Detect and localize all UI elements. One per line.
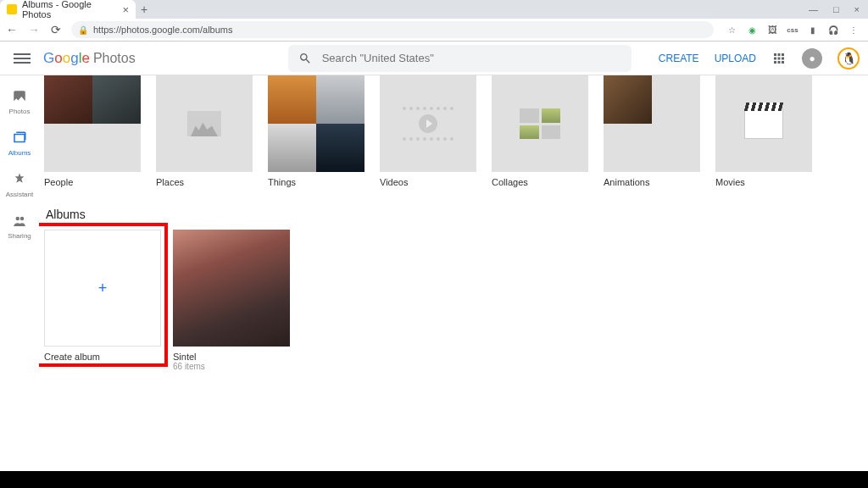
category-people[interactable]: People bbox=[44, 75, 141, 187]
create-album-label: Create album bbox=[44, 352, 161, 362]
window-minimize-button[interactable]: — bbox=[809, 4, 818, 14]
window-close-button[interactable]: × bbox=[854, 4, 860, 14]
sidebar-item-assistant[interactable]: Assistant bbox=[6, 172, 33, 198]
places-placeholder-icon bbox=[187, 111, 221, 136]
category-label: Movies bbox=[715, 177, 812, 187]
main: Photos Albums Assistant Sharing People P… bbox=[0, 75, 868, 488]
albums-section-title: Albums bbox=[46, 208, 863, 221]
notifications-icon[interactable]: ● bbox=[802, 48, 822, 69]
search-box[interactable] bbox=[288, 45, 632, 72]
svg-point-1 bbox=[20, 217, 25, 221]
category-label: Places bbox=[156, 177, 253, 187]
photo-icon bbox=[12, 89, 27, 104]
sidebar-item-label: Albums bbox=[8, 149, 31, 157]
sidebar-item-label: Assistant bbox=[6, 191, 33, 198]
account-avatar[interactable]: 🐧 bbox=[837, 47, 860, 69]
photos-logo-text: Photos bbox=[93, 51, 136, 66]
ext-picture-icon[interactable]: 🖼 bbox=[766, 24, 778, 36]
video-placeholder-icon bbox=[403, 107, 453, 141]
search-input[interactable] bbox=[322, 52, 621, 64]
category-collages[interactable]: Collages bbox=[492, 75, 588, 187]
apps-grid-icon[interactable] bbox=[771, 51, 787, 66]
album-thumb[interactable] bbox=[173, 230, 290, 347]
category-videos[interactable]: Videos bbox=[380, 75, 476, 187]
taskbar bbox=[0, 471, 868, 488]
sidebar-item-photos[interactable]: Photos bbox=[9, 89, 31, 115]
album-icon bbox=[12, 130, 27, 146]
sidebar-item-albums[interactable]: Albums bbox=[8, 130, 31, 157]
address-field[interactable]: 🔒 https://photos.google.com/albums bbox=[71, 21, 714, 38]
tab-close-icon[interactable]: × bbox=[122, 3, 129, 16]
search-icon bbox=[298, 52, 312, 65]
category-movies[interactable]: Movies bbox=[715, 75, 812, 187]
category-label: Collages bbox=[492, 177, 588, 187]
browser-chrome: Albums - Google Photos × + — □ × ← → ⟳ 🔒… bbox=[0, 0, 868, 42]
app-header: Google Photos CREATE UPLOAD ● 🐧 bbox=[0, 42, 868, 75]
category-label: Videos bbox=[380, 177, 476, 187]
ext-grey-icon[interactable]: ▮ bbox=[807, 24, 819, 36]
ext-headphone-icon[interactable]: 🎧 bbox=[827, 24, 839, 36]
album-title: Sintel bbox=[173, 352, 290, 362]
category-label: Animations bbox=[604, 177, 700, 187]
google-logo-text: Google bbox=[43, 50, 90, 67]
new-tab-button[interactable]: + bbox=[141, 3, 147, 16]
reload-button[interactable]: ⟳ bbox=[49, 23, 63, 36]
ext-css-icon[interactable]: css bbox=[787, 24, 798, 36]
create-album-card[interactable]: + Create album bbox=[44, 230, 161, 371]
ext-green-icon[interactable]: ◉ bbox=[746, 24, 758, 36]
browser-tab[interactable]: Albums - Google Photos × bbox=[0, 0, 136, 19]
hamburger-menu-icon[interactable] bbox=[14, 53, 31, 64]
collage-placeholder-icon bbox=[520, 108, 560, 139]
album-card[interactable]: Sintel 66 items bbox=[173, 230, 290, 371]
plus-icon: + bbox=[98, 280, 108, 297]
content: People Places Things Videos Collages Ani… bbox=[39, 75, 868, 488]
svg-point-0 bbox=[15, 217, 19, 221]
create-album-thumb[interactable]: + bbox=[44, 230, 161, 347]
window-controls: — □ × bbox=[809, 4, 868, 14]
category-places[interactable]: Places bbox=[156, 75, 253, 187]
category-label: Things bbox=[268, 177, 364, 187]
create-link[interactable]: CREATE bbox=[659, 53, 699, 64]
sharing-icon bbox=[12, 214, 27, 229]
movie-placeholder-icon bbox=[744, 108, 783, 139]
window-maximize-button[interactable]: □ bbox=[833, 4, 839, 14]
assistant-icon bbox=[12, 172, 27, 187]
categories-row: People Places Things Videos Collages Ani… bbox=[44, 75, 863, 187]
address-bar: ← → ⟳ 🔒 https://photos.google.com/albums… bbox=[0, 19, 868, 41]
url-text: https://photos.google.com/albums bbox=[93, 25, 232, 35]
back-button[interactable]: ← bbox=[5, 23, 19, 36]
lock-icon: 🔒 bbox=[78, 25, 88, 35]
header-right: CREATE UPLOAD ● 🐧 bbox=[659, 47, 860, 69]
tab-title: Albums - Google Photos bbox=[22, 0, 122, 19]
menu-dots-icon[interactable]: ⋮ bbox=[848, 24, 860, 36]
sidebar-item-label: Photos bbox=[9, 108, 31, 115]
extension-icons: ☆ ◉ 🖼 css ▮ 🎧 ⋮ bbox=[722, 24, 863, 36]
tab-favicon-icon bbox=[7, 4, 17, 14]
sidebar-item-sharing[interactable]: Sharing bbox=[8, 214, 31, 240]
sidebar-item-label: Sharing bbox=[8, 232, 31, 240]
forward-button[interactable]: → bbox=[27, 23, 41, 36]
category-things[interactable]: Things bbox=[268, 75, 364, 187]
upload-link[interactable]: UPLOAD bbox=[715, 53, 756, 64]
star-icon[interactable]: ☆ bbox=[726, 24, 737, 36]
category-animations[interactable]: Animations bbox=[604, 75, 700, 187]
google-photos-logo[interactable]: Google Photos bbox=[43, 50, 136, 67]
album-subtitle: 66 items bbox=[173, 362, 290, 371]
albums-row: + Create album Sintel 66 items bbox=[44, 230, 863, 371]
category-label: People bbox=[44, 177, 141, 187]
sidebar: Photos Albums Assistant Sharing bbox=[0, 75, 39, 488]
tab-bar: Albums - Google Photos × + — □ × bbox=[0, 0, 868, 19]
